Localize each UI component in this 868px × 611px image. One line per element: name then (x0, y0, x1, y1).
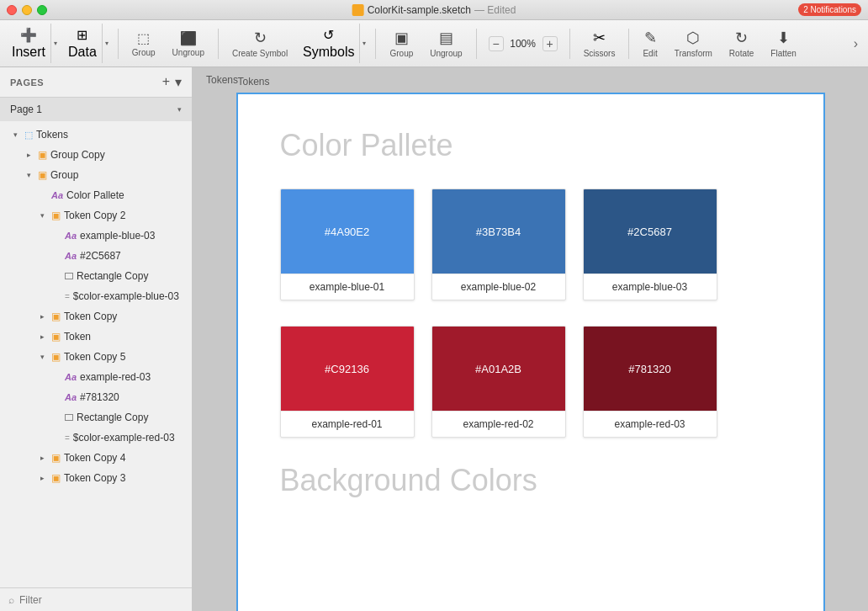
create-symbol-label: Create Symbol (232, 49, 288, 58)
color-card-example-red-03: #781320 example-red-03 (583, 326, 717, 438)
filter-input[interactable] (19, 594, 183, 606)
zoom-value: 100% (507, 38, 539, 50)
item-label: example-red-03 (80, 371, 185, 383)
tree-item-2c5687-text[interactable]: Aa#2C5687 (0, 246, 192, 266)
data-arrow[interactable]: ▾ (102, 24, 111, 63)
ungroup2-button[interactable]: ▤ Ungroup (423, 25, 468, 61)
page-menu-button[interactable]: ▾ (175, 74, 182, 90)
color-name: example-blue-01 (281, 274, 414, 300)
item-label: Rectangle Copy (77, 270, 185, 282)
data-main[interactable]: ⊞ Data (63, 24, 102, 63)
edit-icon: ✎ (644, 29, 657, 47)
color-card-example-red-02: #A01A2B example-red-02 (431, 326, 566, 438)
item-label: Rectangle Copy (77, 412, 185, 423)
tree-item-color-example-blue-03[interactable]: =$color-example-blue-03 (0, 286, 192, 306)
color-hex: #2C5687 (627, 226, 672, 238)
symbols-button[interactable]: ↺ Symbols ▾ (298, 24, 368, 63)
tree-item-group-copy[interactable]: ▸▣Group Copy (0, 145, 192, 165)
ungroup2-label: Ungroup (430, 49, 462, 58)
ungroup-button[interactable]: ⬛ Ungroup (166, 27, 211, 61)
notifications-badge[interactable]: 2 Notifications (798, 3, 861, 16)
maximize-button[interactable] (37, 5, 47, 15)
tree-item-token-copy-2[interactable]: ▾▣Token Copy 2 (0, 205, 192, 226)
tree-item-example-blue-03-text[interactable]: Aaexample-blue-03 (0, 226, 192, 246)
app-icon (352, 4, 364, 16)
tree-item-token-copy-3[interactable]: ▸▣Token Copy 3 (0, 468, 192, 488)
expand-arrow[interactable]: ▾ (40, 353, 49, 361)
color-name: example-red-01 (281, 411, 414, 437)
expand-arrow[interactable]: ▸ (40, 332, 49, 341)
tree-item-color-example-red-03[interactable]: =$color-example-red-03 (0, 428, 192, 448)
transform-icon: ⬡ (686, 29, 700, 47)
create-symbol-button[interactable]: ↻ Create Symbol (225, 25, 294, 61)
expand-arrow[interactable]: ▸ (40, 474, 49, 482)
zoom-control: − 100% + (484, 33, 563, 55)
zoom-out-button[interactable]: − (489, 36, 504, 51)
close-button[interactable] (7, 5, 17, 15)
color-card-example-blue-01: #4A90E2 example-blue-01 (280, 189, 415, 300)
insert-main[interactable]: ➕ Insert (7, 24, 50, 63)
item-label: #2C5687 (80, 250, 185, 262)
canvas-content[interactable]: Tokens Color Pallete #4A90E2 example-blu… (193, 67, 868, 611)
window-title: ColorKit-sample.sketch — Edited (352, 4, 516, 16)
item-label: Token Copy 5 (64, 351, 185, 363)
pages-label: PAGES (10, 77, 44, 88)
symbols-icon: ↺ (323, 27, 334, 43)
artboard: Tokens Color Pallete #4A90E2 example-blu… (236, 93, 825, 611)
color-card-example-blue-02: #3B73B4 example-blue-02 (431, 189, 566, 300)
group-label: Group (132, 48, 156, 57)
data-button[interactable]: ⊞ Data ▾ (63, 24, 111, 63)
symbols-main[interactable]: ↺ Symbols (298, 24, 359, 63)
transform-button[interactable]: ⬡ Transform (668, 25, 719, 61)
tree-item-rectangle-copy-2[interactable]: Rectangle Copy (0, 407, 192, 428)
group-button[interactable]: ⬚ Group (125, 27, 162, 61)
canvas-area: Tokens Tokens Color Pallete #4A90E2 exam… (193, 67, 868, 611)
tree-item-token-copy[interactable]: ▸▣Token Copy (0, 306, 192, 327)
insert-button[interactable]: ➕ Insert ▾ (7, 24, 60, 63)
rotate-button[interactable]: ↻ Rotate (722, 25, 760, 61)
tree-item-group[interactable]: ▾▣Group (0, 165, 192, 185)
symbols-arrow[interactable]: ▾ (359, 24, 368, 63)
rotate-icon: ↻ (735, 29, 748, 47)
ungroup2-icon: ▤ (439, 29, 453, 47)
item-label: Token Copy 2 (64, 210, 185, 221)
tree-item-781320-text[interactable]: Aa#781320 (0, 387, 192, 407)
color-card-example-blue-03: #2C5687 example-blue-03 (583, 189, 717, 300)
tree-item-rectangle-copy-1[interactable]: Rectangle Copy (0, 266, 192, 286)
more-button[interactable]: › (850, 33, 861, 55)
expand-arrow[interactable]: ▸ (40, 454, 49, 462)
flatten-button[interactable]: ⬇ Flatten (764, 25, 803, 61)
item-label: $color-example-red-03 (73, 432, 185, 444)
color-hex: #A01A2B (475, 363, 521, 375)
tree-item-color-pallete-text[interactable]: AaColor Pallete (0, 185, 192, 205)
tree-item-example-red-03-text[interactable]: Aaexample-red-03 (0, 367, 192, 387)
expand-arrow[interactable]: ▾ (40, 211, 49, 220)
tree-item-token-copy-5[interactable]: ▾▣Token Copy 5 (0, 347, 192, 367)
minimize-button[interactable] (22, 5, 32, 15)
color-swatch: #3B73B4 (432, 189, 565, 274)
filter-icon: ⌕ (8, 594, 14, 606)
insert-arrow[interactable]: ▾ (50, 24, 60, 63)
tree-item-token[interactable]: ▸▣Token (0, 327, 192, 347)
add-page-button[interactable]: + (162, 74, 170, 90)
tree-item-token-copy-4[interactable]: ▸▣Token Copy 4 (0, 448, 192, 468)
item-label: Tokens (36, 129, 185, 141)
zoom-in-button[interactable]: + (542, 36, 558, 51)
edit-button[interactable]: ✎ Edit (636, 25, 664, 61)
expand-arrow[interactable]: ▸ (40, 312, 49, 321)
group2-button[interactable]: ▣ Group (383, 25, 420, 61)
tree-item-tokens[interactable]: ▾⬚Tokens (0, 125, 192, 145)
blue-color-grid: #4A90E2 example-blue-01 #3B73B4 example-… (280, 189, 781, 300)
page-label: Page 1 (10, 104, 174, 115)
item-label: Color Pallete (66, 189, 185, 201)
expand-arrow[interactable]: ▸ (27, 151, 35, 159)
page-selector[interactable]: Page 1 ▾ (0, 98, 192, 121)
expand-arrow[interactable]: ▾ (27, 171, 35, 179)
color-hex: #3B73B4 (476, 226, 521, 238)
item-label: Token Copy (64, 311, 185, 322)
scissors-button[interactable]: ✂ Scissors (577, 25, 622, 61)
expand-arrow[interactable]: ▾ (13, 130, 22, 139)
color-name: example-red-03 (584, 411, 717, 437)
color-name: example-red-02 (432, 411, 565, 437)
transform-label: Transform (675, 49, 712, 58)
